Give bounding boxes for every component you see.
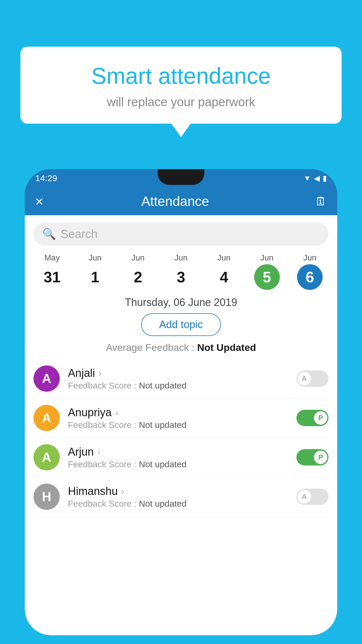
chevron-arjun: › <box>97 447 101 457</box>
cal-day-6[interactable]: Jun 6 <box>289 253 331 290</box>
cal-month-4: Jun <box>217 253 231 262</box>
cal-date-3: 3 <box>168 264 194 290</box>
search-placeholder: Search <box>61 228 98 241</box>
student-item-anjali[interactable]: A Anjali › Feedback Score : Not updated … <box>34 359 328 398</box>
avg-feedback: Average Feedback : Not Updated <box>25 342 337 359</box>
avg-feedback-value: Not Updated <box>197 342 256 353</box>
cal-date-1: 1 <box>82 264 108 290</box>
add-topic-button[interactable]: Add topic <box>141 313 221 336</box>
signal-icon: ◀ <box>314 174 320 183</box>
student-item-anupriya[interactable]: A Anupriya › Feedback Score : Not update… <box>34 398 328 438</box>
cal-day-3[interactable]: Jun 3 <box>159 253 202 290</box>
cal-month-2: Jun <box>131 253 145 262</box>
student-item-arjun[interactable]: A Arjun › Feedback Score : Not updated P <box>34 438 328 477</box>
wifi-icon: ▼ <box>303 174 311 183</box>
status-time: 14:29 <box>35 173 57 183</box>
phone-notch <box>158 169 204 185</box>
app-title: Attendance <box>35 193 315 209</box>
app-bar: × Attendance 🗓 <box>25 187 337 215</box>
student-info-anjali: Anjali › Feedback Score : Not updated <box>68 367 296 391</box>
cal-day-5[interactable]: Jun 5 <box>245 253 288 290</box>
cal-date-2: 2 <box>125 264 151 290</box>
avatar-arjun: A <box>34 444 60 470</box>
chevron-anupriya: › <box>115 407 118 418</box>
status-icons: ▼ ◀ ▮ <box>303 174 327 183</box>
avatar-anupriya: A <box>34 405 60 431</box>
cal-date-4: 4 <box>211 264 237 290</box>
search-bar[interactable]: 🔍 Search <box>34 222 328 246</box>
cal-day-1[interactable]: Jun 1 <box>73 253 116 290</box>
selected-date: Thursday, 06 June 2019 <box>25 293 337 313</box>
battery-icon: ▮ <box>323 174 327 183</box>
speech-bubble: Smart attendance will replace your paper… <box>20 47 342 124</box>
chevron-anjali: › <box>99 368 102 379</box>
speech-subtitle: will replace your paperwork <box>38 95 324 109</box>
phone-frame: 14:29 ▼ ◀ ▮ × Attendance 🗓 🔍 Search May … <box>25 169 337 635</box>
feedback-anjali: Feedback Score : Not updated <box>68 381 296 391</box>
cal-month-6: Jun <box>303 253 317 262</box>
phone-content: 🔍 Search May 31 Jun 1 Jun 2 Jun 3 J <box>25 215 337 635</box>
feedback-himanshu: Feedback Score : Not updated <box>68 499 296 509</box>
toggle-knob-anjali: A <box>298 372 311 385</box>
student-info-anupriya: Anupriya › Feedback Score : Not updated <box>68 406 296 430</box>
toggle-anjali[interactable]: A <box>296 370 328 387</box>
toggle-knob-arjun: P <box>314 451 327 464</box>
cal-date-5: 5 <box>254 264 280 290</box>
student-name-arjun: Arjun › <box>68 446 296 458</box>
toggle-anupriya[interactable]: P <box>296 410 328 426</box>
cal-day-2[interactable]: Jun 2 <box>117 253 159 290</box>
chevron-himanshu: › <box>121 486 124 497</box>
student-info-himanshu: Himanshu › Feedback Score : Not updated <box>68 485 296 509</box>
avatar-anjali: A <box>34 365 60 392</box>
cal-month-5: Jun <box>260 253 273 262</box>
student-name-anjali: Anjali › <box>68 367 296 379</box>
student-name-himanshu: Himanshu › <box>68 485 296 498</box>
toggle-knob-himanshu: A <box>298 490 311 503</box>
cal-month-3: Jun <box>174 253 187 262</box>
student-item-himanshu[interactable]: H Himanshu › Feedback Score : Not update… <box>34 477 328 517</box>
cal-month-0: May <box>44 253 60 262</box>
cal-month-1: Jun <box>89 253 102 262</box>
student-name-anupriya: Anupriya › <box>68 406 296 419</box>
feedback-arjun: Feedback Score : Not updated <box>68 459 296 469</box>
speech-title: Smart attendance <box>38 63 324 89</box>
feedback-anupriya: Feedback Score : Not updated <box>68 420 296 430</box>
cal-date-0: 31 <box>39 264 65 290</box>
cal-day-4[interactable]: Jun 4 <box>203 253 245 290</box>
student-info-arjun: Arjun › Feedback Score : Not updated <box>68 446 296 469</box>
toggle-knob-anupriya: P <box>314 411 327 425</box>
avg-feedback-label: Average Feedback : <box>106 342 194 353</box>
student-list: A Anjali › Feedback Score : Not updated … <box>25 359 337 517</box>
cal-day-0[interactable]: May 31 <box>31 253 73 290</box>
toggle-arjun[interactable]: P <box>296 449 328 466</box>
calendar-strip: May 31 Jun 1 Jun 2 Jun 3 Jun 4 Jun 5 <box>25 250 337 293</box>
toggle-himanshu[interactable]: A <box>296 489 328 505</box>
calendar-icon[interactable]: 🗓 <box>315 195 327 208</box>
search-icon: 🔍 <box>42 228 56 240</box>
cal-date-6: 6 <box>297 264 323 290</box>
avatar-himanshu: H <box>34 484 60 510</box>
